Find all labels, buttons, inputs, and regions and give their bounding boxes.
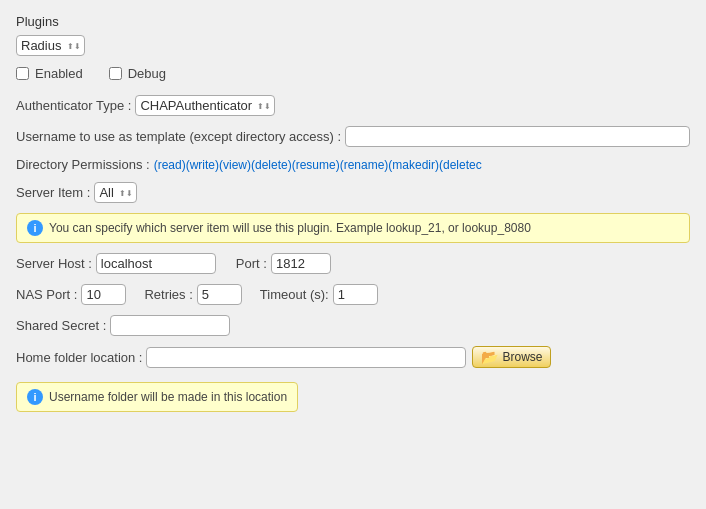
- retries-input[interactable]: [197, 284, 242, 305]
- home-folder-input[interactable]: [146, 347, 466, 368]
- info-icon-home: i: [27, 389, 43, 405]
- main-container: Plugins Radius Enabled Debug Authenticat…: [0, 0, 706, 436]
- authenticator-select-wrapper: CHAPAuthenticator: [135, 95, 275, 116]
- retries-label: Retries :: [144, 287, 192, 302]
- server-item-info-text: You can specify which server item will u…: [49, 221, 531, 235]
- server-item-info-box: i You can specify which server item will…: [16, 213, 690, 243]
- username-template-label: Username to use as template (except dire…: [16, 129, 341, 144]
- plugins-select-wrapper: Radius: [16, 35, 85, 56]
- shared-secret-input[interactable]: [110, 315, 230, 336]
- username-template-input[interactable]: [345, 126, 690, 147]
- timeout-input[interactable]: [333, 284, 378, 305]
- home-folder-label: Home folder location :: [16, 350, 142, 365]
- server-item-select[interactable]: All: [94, 182, 137, 203]
- nas-port-input[interactable]: [81, 284, 126, 305]
- directory-permissions-value[interactable]: (read)(write)(view)(delete)(resume)(rena…: [154, 158, 482, 172]
- enabled-item: Enabled: [16, 66, 89, 81]
- authenticator-select[interactable]: CHAPAuthenticator: [135, 95, 275, 116]
- plugins-select[interactable]: Radius: [16, 35, 85, 56]
- debug-item: Debug: [109, 66, 172, 81]
- shared-secret-label: Shared Secret :: [16, 318, 106, 333]
- server-host-label: Server Host :: [16, 256, 92, 271]
- username-template-row: Username to use as template (except dire…: [16, 126, 690, 147]
- info-icon-server: i: [27, 220, 43, 236]
- debug-checkbox[interactable]: [109, 67, 122, 80]
- enabled-debug-row: Enabled Debug: [16, 66, 690, 81]
- server-item-select-wrapper: All: [94, 182, 137, 203]
- server-host-port-row: Server Host : Port :: [16, 253, 690, 274]
- authenticator-label: Authenticator Type :: [16, 98, 131, 113]
- port-label: Port :: [236, 256, 267, 271]
- directory-permissions-row: Directory Permissions : (read)(write)(vi…: [16, 157, 690, 172]
- plugins-label: Plugins: [16, 14, 690, 29]
- home-folder-row: Home folder location : 📂 Browse: [16, 346, 690, 368]
- browse-label: Browse: [502, 350, 542, 364]
- home-folder-info-text: Username folder will be made in this loc…: [49, 390, 287, 404]
- browse-button[interactable]: 📂 Browse: [472, 346, 551, 368]
- debug-label: Debug: [128, 66, 166, 81]
- server-item-label: Server Item :: [16, 185, 90, 200]
- timeout-label: Timeout (s):: [260, 287, 329, 302]
- directory-permissions-label: Directory Permissions :: [16, 157, 150, 172]
- folder-icon: 📂: [481, 349, 498, 365]
- plugins-row: Radius: [16, 35, 690, 56]
- port-input[interactable]: [271, 253, 331, 274]
- server-item-row: Server Item : All: [16, 182, 690, 203]
- nas-port-row: NAS Port : Retries : Timeout (s):: [16, 284, 690, 305]
- home-folder-info-box: i Username folder will be made in this l…: [16, 382, 298, 412]
- enabled-label: Enabled: [35, 66, 83, 81]
- nas-port-label: NAS Port :: [16, 287, 77, 302]
- server-host-input[interactable]: [96, 253, 216, 274]
- shared-secret-row: Shared Secret :: [16, 315, 690, 336]
- enabled-checkbox[interactable]: [16, 67, 29, 80]
- authenticator-row: Authenticator Type : CHAPAuthenticator: [16, 95, 690, 116]
